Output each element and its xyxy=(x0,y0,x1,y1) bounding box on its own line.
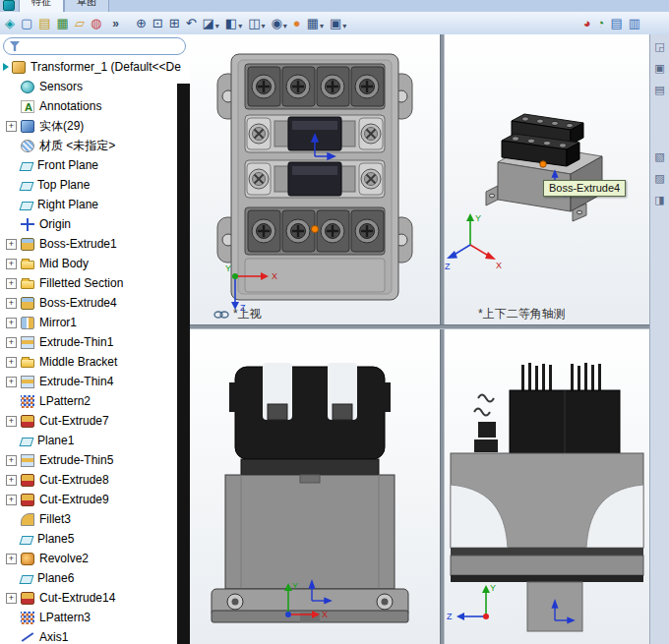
expander-icon[interactable] xyxy=(6,239,17,250)
tree-item-fillet3[interactable]: Fillet3 xyxy=(0,509,190,529)
expander-icon[interactable] xyxy=(6,554,17,564)
view-settings-button[interactable]: ▣ xyxy=(327,13,349,33)
toolbar-overflow-button[interactable]: » xyxy=(112,17,119,30)
task-pane-appearances-button[interactable]: ▨ xyxy=(653,170,665,187)
new-document-button[interactable]: ▢ xyxy=(18,13,35,33)
plane-icon xyxy=(20,162,34,171)
tab-features[interactable]: 特征 xyxy=(19,0,64,12)
open-button[interactable]: ▱ xyxy=(72,13,88,33)
tree-item-top-plane[interactable]: Top Plane xyxy=(0,175,190,195)
edit-color-icon: ◕ xyxy=(583,14,591,32)
section-view-button[interactable]: ◪ xyxy=(200,13,222,33)
tree-item-cut-extrude7[interactable]: Cut-Extrude7 xyxy=(0,411,190,431)
horizontal-splitter[interactable] xyxy=(190,324,649,329)
tree-item-extrude-thin4[interactable]: Extrude-Thin4 xyxy=(0,372,190,391)
tree-item-axis1[interactable]: Axis1 xyxy=(0,627,190,644)
tab-sketch[interactable]: 草图 xyxy=(64,0,109,12)
tree-item-label: LPattern2 xyxy=(39,394,91,408)
make-assembly-button[interactable]: ▦ xyxy=(54,13,72,33)
tree-item-plane1[interactable]: Plane1 xyxy=(0,431,190,450)
tree-item-lpattern3[interactable]: LPattern3 xyxy=(0,608,190,627)
tree-item-lpattern2[interactable]: LPattern2 xyxy=(0,391,190,411)
task-pane-library-button[interactable]: ▤ xyxy=(653,82,665,98)
expander-icon[interactable] xyxy=(6,259,17,269)
dropdown-arrow-icon[interactable] xyxy=(282,15,287,32)
tree-item-boss-extrude4[interactable]: Boss-Extrude4 xyxy=(0,293,190,313)
tree-item-right-plane[interactable]: Right Plane xyxy=(0,195,190,214)
screen-capture-button[interactable]: ▥ xyxy=(626,13,643,33)
web-button[interactable]: ◍ xyxy=(88,13,104,33)
expander-icon[interactable] xyxy=(6,298,17,309)
collapse-pane-button[interactable]: ◲ xyxy=(653,38,665,55)
zoom-area-button[interactable]: ⊞ xyxy=(166,13,183,33)
render-preview-button[interactable]: ◔ xyxy=(594,13,608,33)
tree-item-extrude-thin1[interactable]: Extrude-Thin1 xyxy=(0,332,190,352)
make-drawing-button[interactable]: ▤ xyxy=(35,13,53,33)
tree-item-front-plane[interactable]: Front Plane xyxy=(0,155,190,175)
dropdown-arrow-icon[interactable] xyxy=(341,15,346,32)
hide-show-items-button[interactable]: ◉ xyxy=(268,13,289,33)
expander-icon[interactable] xyxy=(6,377,17,387)
expander-icon[interactable] xyxy=(6,318,17,328)
tree-item-mid-body[interactable]: Mid Body xyxy=(0,254,190,273)
cut-extrude-icon xyxy=(21,592,34,605)
edit-appearance-button[interactable]: ● xyxy=(290,13,304,33)
tree-item-mirror1[interactable]: Mirror1 xyxy=(0,313,190,332)
expander-icon[interactable] xyxy=(6,357,17,368)
display-style-button[interactable]: ◫ xyxy=(245,13,268,33)
tree-filter-input[interactable] xyxy=(24,39,179,53)
dropdown-arrow-icon[interactable] xyxy=(319,15,324,32)
tree-item-label: Origin xyxy=(39,217,71,231)
axis-icon xyxy=(21,631,34,644)
edit-color-button[interactable]: ◕ xyxy=(580,13,594,33)
tree-item-boss-extrude1[interactable]: Boss-Extrude1 xyxy=(0,234,190,254)
panel-splitter[interactable] xyxy=(177,84,190,644)
tree-item-cut-extrude8[interactable]: Cut-Extrude8 xyxy=(0,470,190,490)
expander-icon[interactable] xyxy=(6,278,17,289)
front-view-model[interactable]: X Y xyxy=(190,329,440,644)
view-orientation-button[interactable]: ◧ xyxy=(222,13,245,33)
tree-item-revolve2[interactable]: Revolve2 xyxy=(0,549,190,568)
tree-root-item[interactable]: Transformer_1 (Default<<De xyxy=(0,57,190,77)
expander-icon[interactable] xyxy=(6,495,17,505)
expander-icon[interactable] xyxy=(6,475,17,486)
dropdown-arrow-icon[interactable] xyxy=(214,15,219,32)
apply-scene-button[interactable]: ▦ xyxy=(304,13,327,33)
side-view-model[interactable]: Z Y xyxy=(445,329,649,644)
zoom-fit-button[interactable]: ⊡ xyxy=(150,13,166,33)
expander-icon[interactable] xyxy=(6,416,17,427)
previous-view-button[interactable]: ↶ xyxy=(183,13,200,33)
tree-item-实体-29-[interactable]: 实体(29) xyxy=(0,116,190,136)
tree-item-middle-bracket[interactable]: Middle Bracket xyxy=(0,352,190,372)
tree-item-材质-未指定-[interactable]: 材质 <未指定> xyxy=(0,136,190,155)
app-button[interactable]: ◈ xyxy=(2,13,18,33)
expander-icon[interactable] xyxy=(6,593,17,604)
top-view-model[interactable]: X Z Y xyxy=(190,34,440,324)
tree-item-plane5[interactable]: Plane5 xyxy=(0,529,190,549)
expander-icon[interactable] xyxy=(6,455,17,466)
dropdown-arrow-icon[interactable] xyxy=(260,15,265,32)
svg-text:Z: Z xyxy=(447,612,453,621)
zoom-in-button[interactable]: ⊕ xyxy=(133,13,150,33)
task-pane-palette-button[interactable]: ▧ xyxy=(653,148,665,165)
toolbar-left-group: ◈ ▢ ▤ ▦ ▱ ◍ xyxy=(2,12,104,34)
tree-item-annotations[interactable]: Annotations xyxy=(0,96,190,116)
tree-item-cut-extrude9[interactable]: Cut-Extrude9 xyxy=(0,490,190,509)
task-pane-custom-button[interactable]: ◨ xyxy=(653,192,665,208)
tree-item-plane6[interactable]: Plane6 xyxy=(0,568,190,588)
view-label-text: *上下二等角轴测 xyxy=(478,306,566,322)
expander-icon[interactable] xyxy=(6,337,17,348)
tree-item-cut-extrude14[interactable]: Cut-Extrude14 xyxy=(0,588,190,608)
flyout-arrow-icon[interactable] xyxy=(3,63,9,71)
view-orientation-icon: ◧ xyxy=(225,14,237,32)
tree-item-filletted-section[interactable]: Filletted Section xyxy=(0,273,190,293)
tree-item-label: Boss-Extrude1 xyxy=(39,237,117,251)
dropdown-arrow-icon[interactable] xyxy=(237,15,242,32)
tree-item-origin[interactable]: Origin xyxy=(0,214,190,234)
expander-icon[interactable] xyxy=(6,121,17,132)
vertical-splitter[interactable] xyxy=(440,34,445,644)
task-pane-resources-button[interactable]: ▣ xyxy=(653,60,665,77)
tree-item-extrude-thin5[interactable]: Extrude-Thin5 xyxy=(0,450,190,470)
tree-item-sensors[interactable]: Sensors xyxy=(0,77,190,96)
display-options-button[interactable]: ▤ xyxy=(607,13,625,33)
